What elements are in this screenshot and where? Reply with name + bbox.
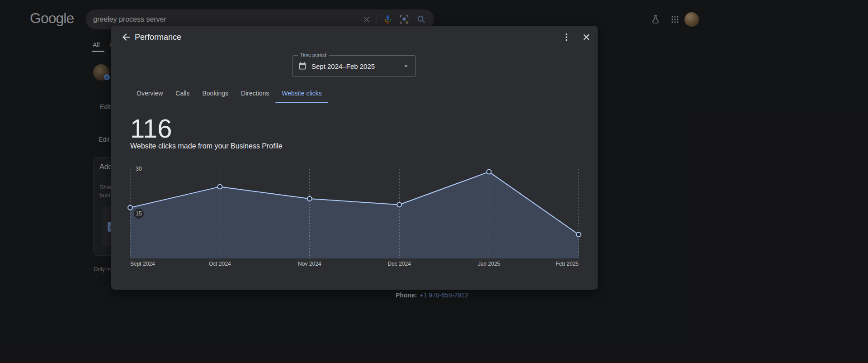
more-options-button[interactable] [561,31,572,43]
y-axis-label: 30 [136,166,142,172]
tab-directions[interactable]: Directions [235,83,275,103]
clicks-chart[interactable]: Sept 2024Oct 2024Nov 2024Dec 2024Jan 202… [111,162,598,275]
tab-website-clicks[interactable]: Website clicks [275,83,328,103]
close-button[interactable] [580,31,592,43]
performance-dialog: Performance Time period Sept 2024–Feb 20… [111,26,598,290]
time-period-select[interactable]: Time period Sept 2024–Feb 2025 [292,55,416,77]
x-axis-label: Oct 2024 [209,261,231,267]
x-axis-label: Feb 2025 [556,261,579,267]
data-point[interactable] [487,170,491,174]
tabs-divider [111,103,598,103]
clicks-chart-svg: Sept 2024Oct 2024Nov 2024Dec 2024Jan 202… [111,162,598,275]
x-axis-label: Nov 2024 [298,261,321,267]
tab-bookings[interactable]: Bookings [196,83,235,103]
back-button[interactable] [120,31,132,43]
arrow-back-icon [121,32,132,43]
data-point[interactable] [576,232,581,237]
close-icon [581,32,591,42]
metric-value: 116 [130,113,172,143]
tab-overview[interactable]: Overview [130,83,169,103]
metric-description: Website clicks made from your Business P… [130,142,283,150]
performance-tabs: Overview Calls Bookings Directions Websi… [130,83,328,103]
data-point[interactable] [217,185,222,189]
dialog-title: Performance [135,33,181,42]
x-axis-label: Sept 2024 [130,261,155,267]
chart-area [130,172,579,258]
data-point[interactable] [397,202,401,207]
data-point[interactable] [307,196,312,201]
data-point[interactable] [128,205,132,210]
time-period-value: Sept 2024–Feb 2025 [311,62,402,70]
tab-calls[interactable]: Calls [169,83,196,103]
kebab-menu-icon [561,32,571,42]
x-axis-label: Dec 2024 [388,261,411,267]
calendar-icon [298,62,307,71]
chevron-down-icon [402,62,410,70]
x-axis-label: Jan 2025 [478,261,500,267]
y-axis-label: 15 [136,210,142,217]
time-period-label: Time period [298,52,329,57]
